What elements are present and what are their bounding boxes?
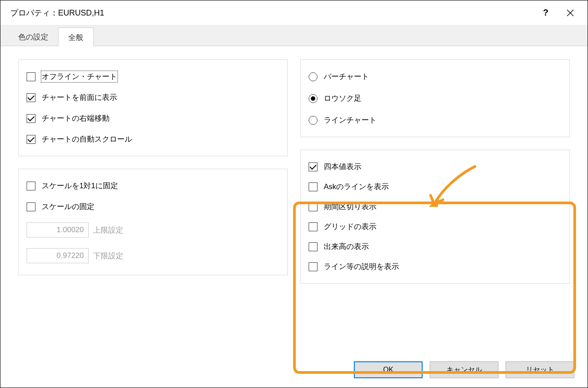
- option-label: 四本値表示: [324, 162, 361, 172]
- checkbox-icon: [309, 182, 318, 191]
- scale-max-input[interactable]: 1.00020: [27, 222, 89, 238]
- option-label: スケールの固定: [42, 202, 94, 212]
- option-show-ask-line[interactable]: Askのラインを表示: [309, 182, 562, 192]
- option-chart-on-foreground[interactable]: チャートを前面に表示: [27, 92, 280, 103]
- option-label: 期間区切り表示: [324, 202, 376, 212]
- tabstrip: 色の設定 全般: [0, 25, 588, 46]
- checkbox-icon: [309, 262, 318, 271]
- option-label: チャートの自動スクロール: [42, 134, 132, 144]
- checkbox-icon: [27, 202, 35, 211]
- checkbox-icon: [27, 93, 35, 102]
- scale-min-row: 0.97220 下限設定: [27, 248, 280, 263]
- ok-button[interactable]: OK: [354, 361, 423, 378]
- checkbox-icon: [27, 72, 35, 81]
- option-chart-autoscroll[interactable]: チャートの自動スクロール: [27, 134, 280, 144]
- reset-button[interactable]: リセット: [506, 361, 574, 378]
- checkbox-icon: [309, 202, 318, 211]
- radio-icon: [309, 116, 318, 125]
- option-show-grid[interactable]: グリッドの表示: [309, 222, 562, 232]
- option-label: スケールを1対1に固定: [42, 181, 118, 191]
- option-label: グリッドの表示: [324, 222, 376, 232]
- right-column: バーチャート ロウソク足 ラインチャート 四本値表示 As: [300, 59, 570, 348]
- option-label: Askのラインを表示: [324, 182, 389, 192]
- option-show-object-descriptions[interactable]: ライン等の説明を表示: [309, 261, 562, 272]
- option-label: チャートの右端移動: [42, 113, 110, 123]
- radio-candlesticks[interactable]: ロウソク足: [309, 93, 562, 103]
- option-show-ohlc[interactable]: 四本値表示: [309, 162, 562, 172]
- checkbox-icon: [27, 135, 35, 144]
- cancel-button[interactable]: キャンセル: [430, 361, 498, 378]
- option-show-period-separators[interactable]: 期間区切り表示: [309, 202, 562, 212]
- option-scale-fix[interactable]: スケールの固定: [27, 202, 280, 212]
- dialog-footer: OK キャンセル リセット: [0, 356, 588, 388]
- left-column: オフライン・チャート チャートを前面に表示 チャートの右端移動 チャートの自動ス…: [18, 59, 288, 348]
- help-button[interactable]: ?: [533, 0, 558, 25]
- option-label: ラインチャート: [324, 115, 376, 125]
- scale-min-label: 下限設定: [93, 251, 123, 261]
- radio-bar-chart[interactable]: バーチャート: [309, 71, 562, 82]
- group-chart-behavior: オフライン・チャート チャートを前面に表示 チャートの右端移動 チャートの自動ス…: [18, 59, 288, 156]
- close-button[interactable]: [558, 0, 582, 25]
- help-icon: ?: [543, 8, 548, 18]
- scale-max-label: 上限設定: [93, 225, 123, 235]
- tab-content-general: オフライン・チャート チャートを前面に表示 チャートの右端移動 チャートの自動ス…: [0, 46, 588, 356]
- option-offline-chart[interactable]: オフライン・チャート: [27, 71, 280, 82]
- radio-icon: [309, 72, 318, 81]
- option-show-volumes[interactable]: 出来高の表示: [309, 242, 562, 252]
- option-label: オフライン・チャート: [42, 71, 117, 82]
- option-label: 出来高の表示: [324, 242, 369, 252]
- checkbox-icon: [27, 114, 35, 123]
- dialog-title: プロパティ：EURUSD,H1: [10, 8, 533, 18]
- group-scale: スケールを1対1に固定 スケールの固定 1.00020 上限設定 0.97220…: [18, 169, 288, 275]
- tab-color-settings[interactable]: 色の設定: [8, 28, 58, 46]
- checkbox-icon: [309, 222, 318, 231]
- option-label: ロウソク足: [324, 93, 361, 103]
- checkbox-icon: [27, 182, 35, 190]
- scale-max-row: 1.00020 上限設定: [27, 222, 280, 238]
- checkbox-icon: [309, 162, 318, 171]
- tab-general[interactable]: 全般: [58, 28, 94, 46]
- option-scale-1to1[interactable]: スケールを1対1に固定: [27, 181, 280, 191]
- scale-min-input[interactable]: 0.97220: [27, 248, 89, 263]
- option-chart-shift[interactable]: チャートの右端移動: [27, 113, 280, 123]
- checkbox-icon: [309, 242, 318, 251]
- group-show-options: 四本値表示 Askのラインを表示 期間区切り表示 グリッドの表示 出来高の表示: [300, 150, 570, 284]
- radio-icon: [309, 94, 318, 103]
- option-label: バーチャート: [324, 71, 369, 82]
- option-label: ライン等の説明を表示: [324, 261, 399, 272]
- properties-dialog: プロパティ：EURUSD,H1 ? 色の設定 全般 オフライン・チャート: [0, 0, 588, 388]
- close-icon: [566, 9, 574, 17]
- titlebar: プロパティ：EURUSD,H1 ?: [0, 0, 588, 25]
- group-chart-type: バーチャート ロウソク足 ラインチャート: [300, 59, 570, 137]
- option-label: チャートを前面に表示: [42, 92, 117, 103]
- radio-line-chart[interactable]: ラインチャート: [309, 115, 562, 125]
